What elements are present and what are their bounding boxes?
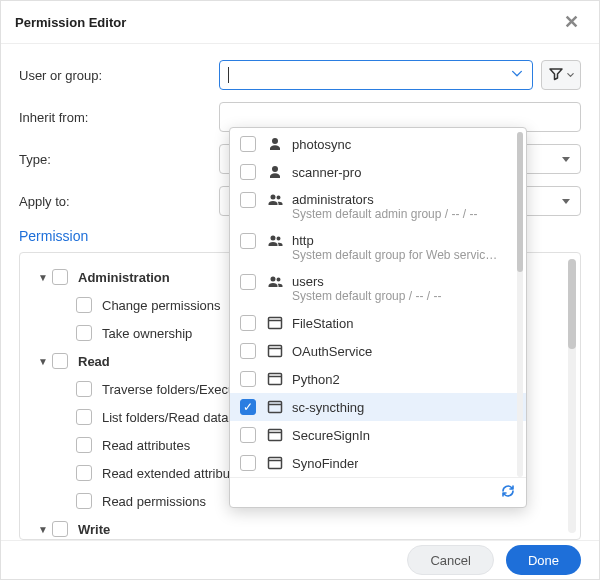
dialog-footer: Cancel Done (1, 540, 599, 579)
dropdown-item-label: FileStation (292, 316, 353, 331)
tree-label: Take ownership (102, 326, 192, 341)
user-icon (266, 136, 284, 152)
dropdown-item-label: administrators (292, 192, 477, 207)
dropdown-item-subtitle: System default admin group / -- / -- (292, 207, 477, 221)
checkbox[interactable] (76, 465, 92, 481)
checkbox[interactable] (240, 233, 256, 249)
refresh-icon[interactable] (500, 483, 516, 502)
dialog-content: User or group: Inherit from: (1, 44, 599, 540)
dropdown-footer (230, 477, 526, 507)
close-icon[interactable]: ✕ (558, 9, 585, 35)
app-icon (266, 343, 284, 359)
checkbox[interactable] (76, 409, 92, 425)
user-icon (266, 164, 284, 180)
dropdown-item-label: http (292, 233, 497, 248)
dropdown-item[interactable]: SynoFinder (230, 449, 526, 477)
tree-label: List folders/Read data (102, 410, 228, 425)
dropdown-item-label: OAuthService (292, 344, 372, 359)
checkbox[interactable] (76, 437, 92, 453)
user-or-group-label: User or group: (19, 68, 219, 83)
checkbox[interactable] (240, 164, 256, 180)
checkbox[interactable] (240, 455, 256, 471)
permission-editor-dialog: Permission Editor ✕ User or group: (0, 0, 600, 580)
tree-label: Administration (78, 270, 170, 285)
dropdown-item-texts: usersSystem default group / -- / -- (292, 274, 441, 303)
app-icon (266, 455, 284, 471)
dropdown-item[interactable]: sc-syncthing (230, 393, 526, 421)
type-label: Type: (19, 152, 219, 167)
dropdown-item-label: photosync (292, 137, 351, 152)
scrollbar-thumb[interactable] (517, 132, 523, 272)
dropdown-item[interactable]: administratorsSystem default admin group… (230, 186, 526, 227)
dialog-title: Permission Editor (15, 15, 126, 30)
user-group-dropdown: photosyncscanner-proadministratorsSystem… (229, 127, 527, 508)
app-icon (266, 315, 284, 331)
filter-button[interactable] (541, 60, 581, 90)
app-icon (266, 371, 284, 387)
chevron-down-icon[interactable] (510, 67, 524, 84)
checkbox[interactable] (240, 315, 256, 331)
dropdown-item-texts: httpSystem default group for Web servic… (292, 233, 497, 262)
tree-node-write[interactable]: ▼ Write (28, 515, 580, 540)
tree-label: Change permissions (102, 298, 221, 313)
checkbox[interactable] (76, 297, 92, 313)
dropdown-item-label: Python2 (292, 372, 340, 387)
dropdown-item-texts: Python2 (292, 372, 340, 387)
dropdown-item-subtitle: System default group for Web servic… (292, 248, 497, 262)
dropdown-item[interactable]: OAuthService (230, 337, 526, 365)
cancel-button[interactable]: Cancel (407, 545, 493, 575)
dropdown-item[interactable]: SecureSignIn (230, 421, 526, 449)
checkbox[interactable] (76, 325, 92, 341)
inherit-from-label: Inherit from: (19, 110, 219, 125)
tree-label: Read (78, 354, 110, 369)
dropdown-item-label: sc-syncthing (292, 400, 364, 415)
checkbox[interactable] (240, 274, 256, 290)
dropdown-item[interactable]: httpSystem default group for Web servic… (230, 227, 526, 268)
funnel-icon (548, 66, 564, 85)
dropdown-item-texts: scanner-pro (292, 165, 361, 180)
tree-label: Write (78, 522, 110, 537)
checkbox[interactable] (240, 343, 256, 359)
checkbox[interactable] (240, 427, 256, 443)
dropdown-item-texts: FileStation (292, 316, 353, 331)
dropdown-item[interactable]: FileStation (230, 309, 526, 337)
titlebar: Permission Editor ✕ (1, 1, 599, 44)
checkbox[interactable] (76, 493, 92, 509)
dropdown-item-texts: photosync (292, 137, 351, 152)
dropdown-item[interactable]: usersSystem default group / -- / -- (230, 268, 526, 309)
expand-toggle[interactable]: ▼ (34, 356, 52, 367)
tree-label: Read permissions (102, 494, 206, 509)
tree-label: Read attributes (102, 438, 190, 453)
dropdown-item-subtitle: System default group / -- / -- (292, 289, 441, 303)
dropdown-item-label: users (292, 274, 441, 289)
done-button[interactable]: Done (506, 545, 581, 575)
dropdown-item-label: SynoFinder (292, 456, 358, 471)
dropdown-item-label: scanner-pro (292, 165, 361, 180)
expand-toggle[interactable]: ▼ (34, 272, 52, 283)
apply-to-label: Apply to: (19, 194, 219, 209)
scrollbar-thumb[interactable] (568, 259, 576, 349)
chevron-down-icon (566, 68, 575, 83)
checkbox[interactable] (240, 192, 256, 208)
text-cursor (228, 67, 229, 83)
group-icon (266, 233, 284, 249)
checkbox[interactable] (240, 371, 256, 387)
expand-toggle[interactable]: ▼ (34, 524, 52, 535)
checkbox[interactable] (52, 521, 68, 537)
checkbox[interactable] (52, 269, 68, 285)
dropdown-item[interactable]: photosync (230, 130, 526, 158)
dropdown-item-texts: administratorsSystem default admin group… (292, 192, 477, 221)
dropdown-item-texts: OAuthService (292, 344, 372, 359)
dropdown-item-label: SecureSignIn (292, 428, 370, 443)
group-icon (266, 192, 284, 208)
checkbox[interactable] (76, 381, 92, 397)
dropdown-item[interactable]: Python2 (230, 365, 526, 393)
dropdown-item[interactable]: scanner-pro (230, 158, 526, 186)
user-or-group-combo[interactable] (219, 60, 533, 90)
app-icon (266, 427, 284, 443)
checkbox[interactable] (240, 399, 256, 415)
dropdown-item-texts: SynoFinder (292, 456, 358, 471)
checkbox[interactable] (52, 353, 68, 369)
checkbox[interactable] (240, 136, 256, 152)
dropdown-item-texts: SecureSignIn (292, 428, 370, 443)
